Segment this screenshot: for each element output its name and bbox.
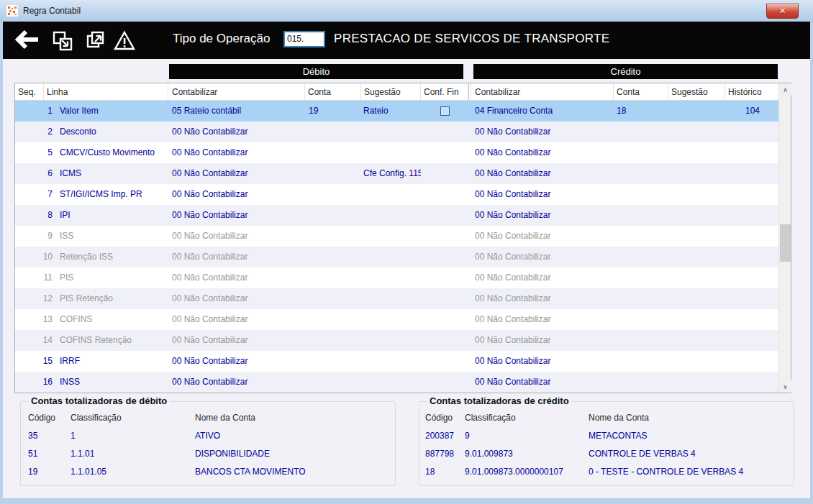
cell-c_sug	[668, 267, 725, 288]
cell-c_sug	[668, 226, 725, 247]
cell-d_sug	[361, 330, 421, 351]
client-area: Tipo de Operação 015. PRESTACAO DE SERVI…	[3, 22, 810, 498]
cell-seq: 1	[15, 101, 55, 122]
copy-in-icon	[52, 30, 75, 52]
cell-seq: 10	[15, 247, 55, 267]
table-row[interactable]: 11PIS00 Não Contabilizar00 Não Contabili…	[15, 267, 791, 288]
conf-fin-checkbox[interactable]	[440, 106, 450, 116]
debit-totals-table: Código Classificação Nome da Conta 35 1 …	[21, 402, 395, 481]
window: Regra Contabil ✕	[0, 0, 813, 504]
cell-hist	[725, 226, 780, 247]
cell-linha: CMCV/Custo Movimento	[55, 142, 168, 163]
cell-seq: 16	[15, 372, 55, 393]
table-row[interactable]: 8IPI00 Não Contabilizar00 Não Contabiliz…	[15, 205, 791, 226]
cell-d_sug	[361, 122, 421, 142]
cell-hist	[725, 247, 780, 267]
close-button[interactable]: ✕	[766, 4, 799, 19]
table-row[interactable]: 10Retenção ISS00 Não Contabilizar00 Não …	[15, 247, 791, 267]
debit-row-codigo: 35	[28, 427, 71, 445]
cell-d_sug	[361, 205, 421, 226]
table-row[interactable]: 2Desconto00 Não Contabilizar00 Não Conta…	[15, 122, 791, 142]
table-row[interactable]: 5CMCV/Custo Movimento00 Não Contabilizar…	[15, 142, 791, 163]
accounting-rules-grid: Seq. Linha Contabilizar Conta Sugestão C…	[14, 83, 791, 393]
cell-c_cont: 00 Não Contabilizar	[471, 309, 614, 330]
credit-header-classificacao: Classificação	[465, 409, 589, 427]
cell-c_cont: 00 Não Contabilizar	[471, 122, 614, 142]
cell-d_cont: 00 Não Contabilizar	[168, 184, 305, 205]
debit-header-codigo: Código	[28, 409, 71, 427]
grid-header-row: Seq. Linha Contabilizar Conta Sugestão C…	[15, 83, 791, 101]
cell-d_conta	[305, 142, 361, 163]
column-header-debit-contabilizar: Contabilizar	[168, 83, 305, 100]
cell-d_cont: 00 Não Contabilizar	[168, 142, 305, 163]
cell-d_cont: 00 Não Contabilizar	[168, 330, 305, 351]
cell-linha: ICMS	[55, 163, 168, 184]
cell-d_cont: 00 Não Contabilizar	[168, 205, 305, 226]
cell-conf	[421, 101, 468, 122]
column-header-seq: Seq.	[15, 83, 44, 100]
scrollbar-thumb[interactable]	[780, 224, 791, 262]
open-copy-button[interactable]	[85, 30, 109, 52]
cell-hist	[725, 142, 780, 163]
cell-linha: ST/IGI/ICMS Imp. PR	[55, 184, 168, 205]
cell-d_conta	[305, 351, 361, 372]
cell-linha: INSS	[55, 372, 168, 393]
cell-conf	[421, 309, 468, 330]
debit-row-nome: BANCOS CTA MOVIMENTO	[195, 463, 395, 481]
table-row[interactable]: 16INSS00 Não Contabilizar00 Não Contabil…	[15, 372, 791, 393]
cell-c_conta	[614, 163, 668, 184]
table-row[interactable]: 7ST/IGI/ICMS Imp. PR00 Não Contabilizar0…	[15, 184, 791, 205]
cell-c_cont: 00 Não Contabilizar	[471, 205, 614, 226]
debit-band-header: Débito	[169, 64, 463, 79]
cell-d_conta	[305, 184, 361, 205]
cell-c_sug	[668, 205, 725, 226]
table-row[interactable]: 15IRRF00 Não Contabilizar00 Não Contabil…	[15, 351, 791, 372]
credit-row-classificacao: 9.01.009873	[465, 445, 589, 463]
cell-c_sug	[668, 247, 725, 267]
scroll-down-button[interactable]: ∨	[779, 380, 791, 393]
table-row[interactable]: 9ISS00 Não Contabilizar00 Não Contabiliz…	[15, 226, 791, 247]
cell-c_cont: 00 Não Contabilizar	[471, 163, 614, 184]
operation-name: PRESTACAO DE SERVICOS DE TRANSPORTE	[334, 32, 609, 46]
cell-c_cont: 00 Não Contabilizar	[471, 330, 614, 351]
operation-type-label: Tipo de Operação	[173, 32, 270, 46]
cell-d_sug	[361, 184, 421, 205]
cell-c_conta: 18	[614, 101, 668, 122]
cell-c_cont: 00 Não Contabilizar	[471, 351, 614, 372]
column-header-linha: Linha	[44, 83, 168, 100]
table-row[interactable]: 14COFINS Retenção00 Não Contabilizar00 N…	[15, 330, 791, 351]
cell-d_sug	[361, 288, 421, 309]
cell-c_sug	[668, 101, 725, 122]
cell-d_sug	[361, 267, 421, 288]
table-row[interactable]: 1Valor Item05 Rateio contábil19Rateio04 …	[15, 101, 791, 122]
cell-conf	[421, 142, 468, 163]
cell-d_conta	[305, 267, 361, 288]
cell-c_conta	[614, 122, 668, 142]
cell-conf	[421, 122, 468, 142]
cell-d_conta	[305, 205, 361, 226]
back-button[interactable]	[14, 29, 40, 50]
table-row[interactable]: 13COFINS00 Não Contabilizar00 Não Contab…	[15, 309, 791, 330]
cell-d_conta	[305, 163, 361, 184]
cell-d_cont: 00 Não Contabilizar	[168, 372, 305, 393]
cell-d_sug	[361, 142, 421, 163]
credit-row-nome: METACONTAS	[589, 427, 794, 445]
table-row[interactable]: 6ICMS00 Não ContabilizarCfe Config. 1150…	[15, 163, 791, 184]
send-copy-button[interactable]	[52, 30, 75, 52]
cell-c_conta	[614, 247, 668, 267]
cell-seq: 9	[15, 226, 55, 247]
scroll-up-button[interactable]: ∧	[779, 83, 791, 96]
cell-conf	[421, 330, 468, 351]
table-row[interactable]: 12PIS Retenção00 Não Contabilizar00 Não …	[15, 288, 791, 309]
cell-d_sug	[361, 372, 421, 393]
operation-code-input[interactable]: 015.	[283, 31, 325, 47]
cell-seq: 12	[15, 288, 55, 309]
cell-hist	[725, 163, 780, 184]
titlebar[interactable]: Regra Contabil ✕	[0, 0, 813, 22]
window-title: Regra Contabil	[23, 6, 81, 16]
warning-button[interactable]	[113, 30, 136, 52]
vertical-scrollbar[interactable]: ∧ ∨	[778, 83, 791, 393]
debit-header-classificacao: Classificação	[71, 409, 195, 427]
cell-seq: 15	[15, 351, 55, 372]
credit-header-nome: Nome da Conta	[589, 409, 794, 427]
